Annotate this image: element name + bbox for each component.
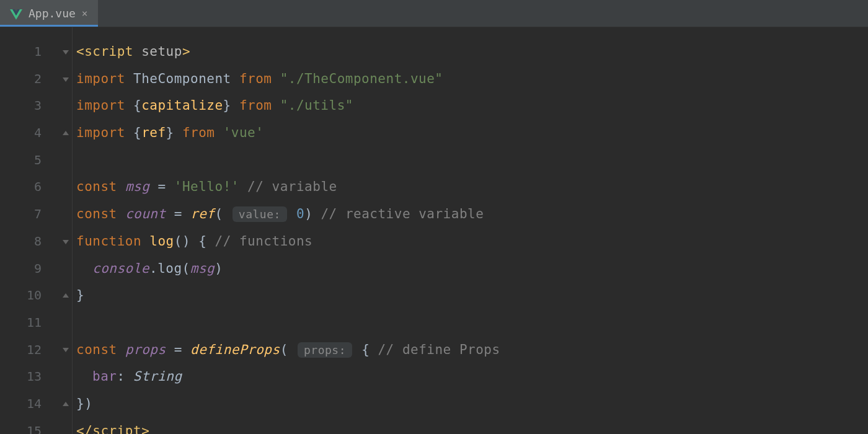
line-number: 14 — [0, 391, 59, 418]
fold-marker — [59, 174, 72, 201]
code-line[interactable]: import {capitalize} from "./utils" — [76, 92, 868, 120]
fold-marker — [59, 418, 72, 434]
fold-marker[interactable] — [59, 38, 72, 66]
line-number: 7 — [0, 201, 59, 228]
code-line[interactable]: console.log(msg) — [76, 255, 868, 283]
code-line[interactable]: import {ref} from 'vue' — [76, 120, 868, 147]
fold-marker[interactable] — [59, 228, 72, 255]
line-number: 6 — [0, 174, 59, 201]
fold-marker[interactable] — [59, 337, 72, 364]
editor-tab-app-vue[interactable]: App.vue × — [0, 0, 98, 27]
fold-marker — [59, 92, 72, 120]
tab-filename: App.vue — [29, 7, 76, 20]
code-line[interactable]: </script> — [76, 418, 868, 434]
fold-marker[interactable] — [59, 66, 72, 93]
fold-marker[interactable] — [59, 282, 72, 309]
tab-bar: App.vue × — [0, 0, 868, 27]
code-line[interactable]: <script setup> — [76, 38, 868, 66]
code-line[interactable]: const props = defineProps( props: { // d… — [76, 337, 868, 364]
close-icon[interactable]: × — [82, 7, 88, 19]
code-line[interactable]: } — [76, 282, 868, 309]
code-line[interactable] — [76, 147, 868, 174]
fold-marker — [59, 255, 72, 283]
line-number: 3 — [0, 92, 59, 120]
code-line[interactable]: }) — [76, 391, 868, 418]
fold-column — [59, 27, 73, 434]
fold-marker — [59, 309, 72, 337]
inlay-hint: props: — [298, 342, 352, 358]
fold-marker[interactable] — [59, 391, 72, 418]
line-number: 13 — [0, 363, 59, 391]
line-number: 10 — [0, 282, 59, 309]
line-number: 5 — [0, 147, 59, 174]
code-editor[interactable]: 1 2 3 4 5 6 7 8 9 10 11 12 13 14 15 <scr… — [0, 27, 868, 434]
line-number: 12 — [0, 337, 59, 364]
fold-marker — [59, 147, 72, 174]
code-line[interactable]: bar: String — [76, 363, 868, 391]
inlay-hint: value: — [232, 206, 287, 222]
line-number: 9 — [0, 255, 59, 283]
fold-marker — [59, 363, 72, 391]
code-area[interactable]: <script setup> import TheComponent from … — [73, 27, 868, 434]
fold-marker — [59, 201, 72, 228]
line-number: 15 — [0, 418, 59, 434]
line-number: 2 — [0, 66, 59, 93]
code-line[interactable]: const msg = 'Hello!' // variable — [76, 174, 868, 201]
code-line[interactable]: const count = ref( value: 0) // reactive… — [76, 201, 868, 228]
line-number: 8 — [0, 228, 59, 255]
line-number: 11 — [0, 309, 59, 337]
code-line[interactable]: import TheComponent from "./TheComponent… — [76, 66, 868, 93]
fold-marker[interactable] — [59, 120, 72, 147]
vue-file-icon — [10, 8, 22, 19]
line-number: 4 — [0, 120, 59, 147]
line-number-gutter: 1 2 3 4 5 6 7 8 9 10 11 12 13 14 15 — [0, 27, 59, 434]
line-number: 1 — [0, 38, 59, 66]
code-line[interactable] — [76, 309, 868, 337]
code-line[interactable]: function log() { // functions — [76, 228, 868, 255]
